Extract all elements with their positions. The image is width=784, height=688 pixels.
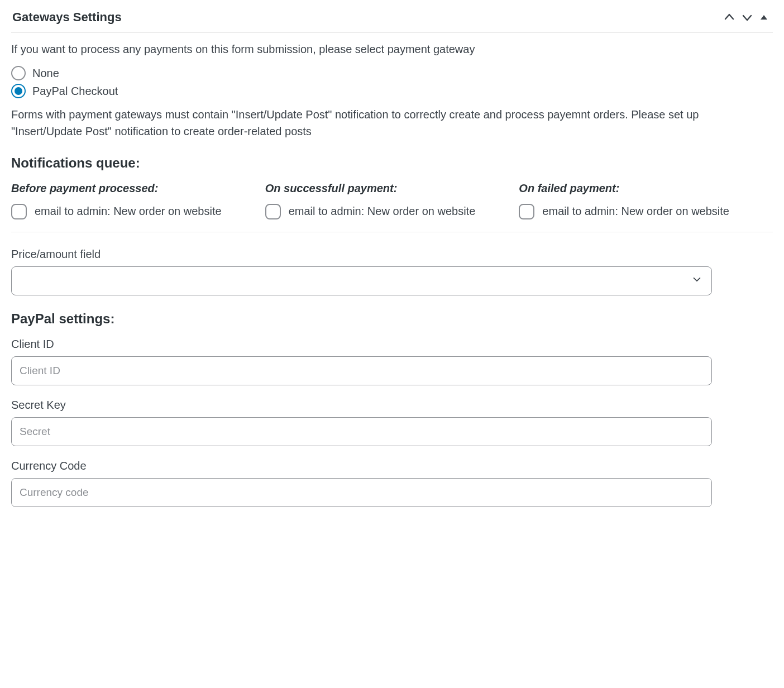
panel-title: Gateways Settings	[12, 10, 122, 25]
divider	[11, 232, 773, 232]
radio-label: None	[32, 67, 59, 80]
currency-code-label: Currency Code	[11, 460, 773, 472]
price-field-group: Price/amount field	[11, 248, 773, 295]
gateway-radio-group: None PayPal Checkout	[11, 66, 773, 98]
secret-key-input[interactable]	[11, 417, 712, 446]
panel-controls	[724, 12, 772, 23]
radio-icon[interactable]	[11, 84, 26, 98]
currency-code-group: Currency Code	[11, 460, 773, 507]
gateway-option-paypal[interactable]: PayPal Checkout	[11, 84, 773, 98]
currency-code-input[interactable]	[11, 478, 712, 507]
checkbox-icon[interactable]	[519, 204, 534, 219]
gateway-notice: Forms with payment gateways must contain…	[11, 106, 773, 140]
price-field-select-wrap	[11, 266, 773, 295]
queue-col-title: On failed payment:	[519, 182, 759, 195]
panel-header: Gateways Settings	[11, 6, 773, 33]
collapse-icon[interactable]	[759, 13, 768, 22]
move-down-icon[interactable]	[742, 12, 753, 23]
queue-col-title: On successfull payment:	[265, 182, 506, 195]
paypal-settings-heading: PayPal settings:	[11, 311, 773, 327]
price-field-label: Price/amount field	[11, 248, 773, 261]
radio-label: PayPal Checkout	[32, 85, 118, 98]
client-id-input[interactable]	[11, 356, 712, 385]
price-field-select[interactable]	[11, 266, 712, 295]
notification-option[interactable]: email to admin: New order on website	[265, 203, 506, 219]
secret-key-group: Secret Key	[11, 399, 773, 446]
queue-col-before: Before payment processed: email to admin…	[11, 182, 265, 219]
secret-key-label: Secret Key	[11, 399, 773, 412]
gateways-settings-panel: Gateways Settings If you want to process…	[6, 6, 778, 532]
queue-col-success: On successfull payment: email to admin: …	[265, 182, 519, 219]
queue-col-title: Before payment processed:	[11, 182, 252, 195]
queue-col-failed: On failed payment: email to admin: New o…	[519, 182, 773, 219]
radio-icon[interactable]	[11, 66, 26, 80]
gateway-option-none[interactable]: None	[11, 66, 773, 80]
notification-label: email to admin: New order on website	[542, 203, 729, 219]
intro-text: If you want to process any payments on t…	[11, 43, 773, 56]
notifications-queue: Before payment processed: email to admin…	[11, 182, 773, 219]
client-id-label: Client ID	[11, 338, 773, 351]
notification-option[interactable]: email to admin: New order on website	[519, 203, 759, 219]
client-id-group: Client ID	[11, 338, 773, 385]
notification-label: email to admin: New order on website	[35, 203, 222, 219]
checkbox-icon[interactable]	[265, 204, 281, 219]
notification-option[interactable]: email to admin: New order on website	[11, 203, 252, 219]
move-up-icon[interactable]	[724, 12, 735, 23]
notification-label: email to admin: New order on website	[289, 203, 476, 219]
notifications-queue-heading: Notifications queue:	[11, 155, 773, 171]
checkbox-icon[interactable]	[11, 204, 27, 219]
